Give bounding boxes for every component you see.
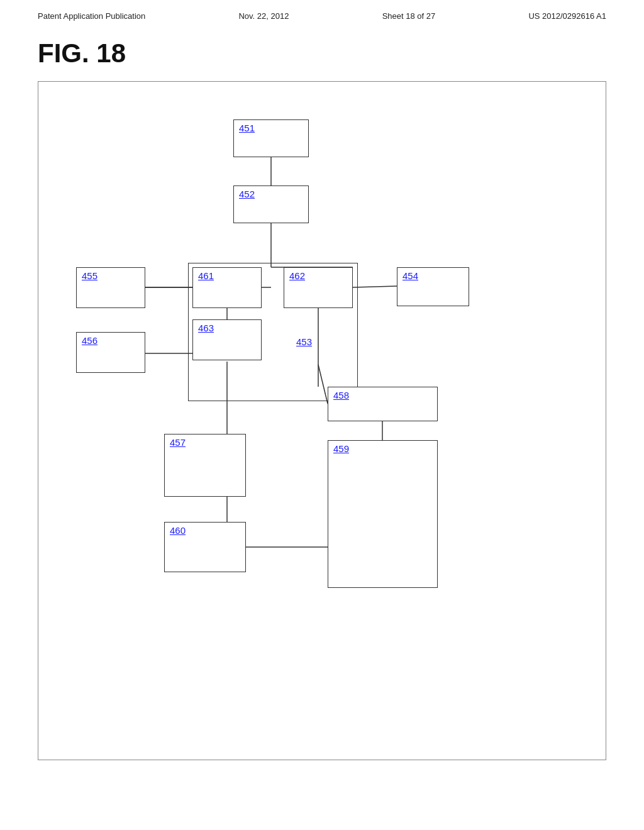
- box-454: 454: [397, 267, 469, 306]
- label-455: 455: [82, 270, 97, 281]
- label-461: 461: [198, 270, 214, 281]
- box-451: 451: [233, 119, 309, 157]
- connectors-svg: [38, 82, 606, 760]
- figure-title: FIG. 18: [0, 27, 644, 75]
- diagram-container: 451 452 455 461 462 454 463 453 456 458 …: [38, 81, 606, 760]
- box-461: 461: [192, 267, 262, 308]
- label-452: 452: [239, 189, 255, 199]
- box-455: 455: [76, 267, 145, 308]
- box-452: 452: [233, 185, 309, 223]
- label-462: 462: [289, 270, 305, 281]
- svg-line-9: [318, 365, 328, 404]
- page-header: Patent Application Publication Nov. 22, …: [0, 0, 644, 27]
- label-456: 456: [82, 335, 97, 346]
- header-date: Nov. 22, 2012: [238, 11, 289, 21]
- header-left: Patent Application Publication: [38, 11, 145, 21]
- label-463: 463: [198, 323, 214, 333]
- header-right: US 2012/0292616 A1: [528, 11, 606, 21]
- label-458: 458: [333, 390, 349, 401]
- label-453: 453: [296, 336, 312, 347]
- box-463: 463: [192, 319, 262, 360]
- box-456: 456: [76, 332, 145, 373]
- label-460: 460: [170, 525, 186, 536]
- box-458: 458: [328, 387, 438, 421]
- box-460: 460: [164, 522, 246, 572]
- label-451: 451: [239, 123, 255, 133]
- svg-line-4: [353, 286, 397, 287]
- header-sheet: Sheet 18 of 27: [382, 11, 436, 21]
- label-454: 454: [402, 270, 418, 281]
- label-459: 459: [333, 443, 349, 454]
- box-462: 462: [284, 267, 353, 308]
- box-459: 459: [328, 440, 438, 588]
- label-457: 457: [170, 437, 186, 448]
- box-457: 457: [164, 434, 246, 497]
